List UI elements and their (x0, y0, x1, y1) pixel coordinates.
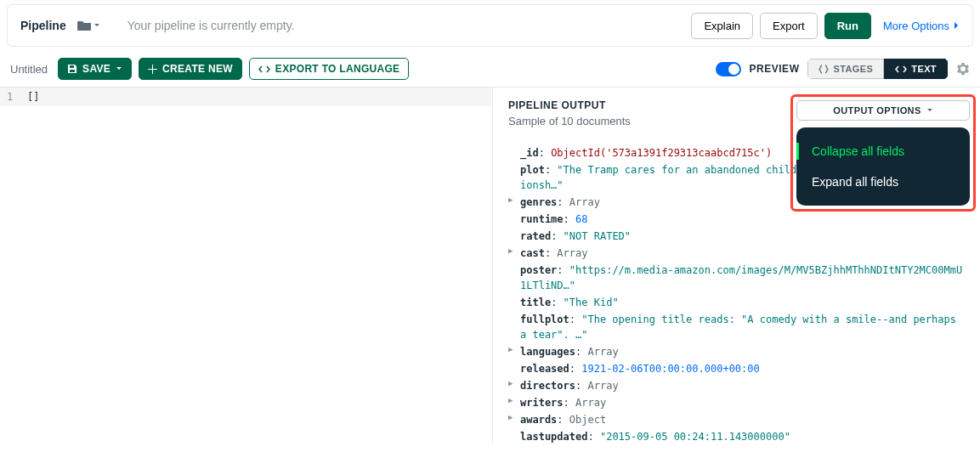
top-bar-left: Pipeline Your pipeline is currently empt… (20, 19, 295, 32)
field-directors: directors (520, 380, 575, 392)
editor-content[interactable]: [] (27, 91, 39, 103)
preview-label: PREVIEW (750, 63, 800, 75)
editor-line: 1 [] (0, 88, 492, 106)
expand-icon[interactable]: ▶ (508, 412, 520, 424)
output-subtitle: Sample of 10 documents (508, 115, 631, 127)
explain-button[interactable]: Explain (691, 13, 753, 39)
braces-icon (819, 65, 829, 74)
line-number: 1 (7, 91, 27, 103)
plus-icon (148, 65, 157, 74)
create-new-button[interactable]: CREATE NEW (139, 58, 242, 80)
expand-all-fields-item[interactable]: Expand all fields (796, 167, 970, 197)
empty-message: Your pipeline is currently empty. (127, 19, 295, 32)
save-icon (67, 64, 77, 74)
field-lastupdated: lastupdated (520, 431, 587, 443)
field-poster: poster (520, 264, 557, 276)
create-label: CREATE NEW (162, 63, 233, 75)
chevron-right-icon (953, 21, 960, 30)
code-icon (258, 65, 270, 74)
output-options-button[interactable]: OUTPUT OPTIONS (796, 100, 970, 121)
stages-label: STAGES (833, 64, 873, 74)
field-id: _id (520, 147, 539, 159)
expand-icon[interactable]: ▶ (508, 395, 520, 407)
run-button[interactable]: Run (824, 13, 871, 39)
field-genres: genres (520, 196, 557, 208)
field-cast: cast (520, 247, 545, 259)
field-released: released (520, 363, 569, 375)
toolbar: Untitled SAVE CREATE NEW EXPORT TO LANGU… (0, 51, 980, 87)
main-area: 1 [] PIPELINE OUTPUT Sample of 10 docume… (0, 87, 980, 444)
code-icon (895, 65, 907, 74)
field-plot: plot (520, 164, 545, 176)
more-options-link[interactable]: More Options (883, 20, 960, 32)
save-button[interactable]: SAVE (58, 58, 132, 80)
editor-pane[interactable]: 1 [] (0, 88, 493, 444)
text-view-button[interactable]: TEXT (884, 59, 948, 79)
export-button[interactable]: Export (760, 13, 818, 39)
settings-gear-icon[interactable] (956, 62, 970, 76)
output-options-menu: Collapse all fields Expand all fields (796, 127, 970, 206)
export-lang-label: EXPORT TO LANGUAGE (275, 63, 400, 75)
output-pane: PIPELINE OUTPUT Sample of 10 documents O… (493, 88, 980, 444)
field-title: title (520, 297, 551, 308)
output-options-wrapper: OUTPUT OPTIONS Collapse all fields Expan… (790, 94, 976, 212)
collapse-all-fields-item[interactable]: Collapse all fields (796, 136, 970, 167)
top-bar: Pipeline Your pipeline is currently empt… (7, 4, 973, 47)
view-segmented-control: STAGES TEXT (807, 59, 948, 79)
save-label: SAVE (82, 63, 110, 75)
export-to-language-button[interactable]: EXPORT TO LANGUAGE (249, 58, 410, 80)
untitled-label: Untitled (10, 63, 48, 76)
field-languages: languages (520, 346, 575, 358)
output-title: PIPELINE OUTPUT (508, 99, 631, 111)
field-writers: writers (520, 397, 564, 409)
chevron-down-icon (116, 65, 122, 72)
stages-view-button[interactable]: STAGES (807, 59, 884, 79)
expand-icon[interactable]: ▶ (508, 344, 520, 356)
folder-dropdown-icon[interactable] (76, 20, 100, 32)
field-fullplot: fullplot (520, 314, 569, 325)
pipeline-label: Pipeline (20, 19, 66, 32)
text-label: TEXT (911, 64, 937, 74)
preview-toggle[interactable] (716, 62, 741, 76)
expand-icon[interactable]: ▶ (508, 246, 520, 257)
field-rated: rated (520, 230, 551, 242)
more-options-label: More Options (883, 20, 949, 32)
chevron-down-icon (926, 107, 933, 114)
toolbar-right: PREVIEW STAGES TEXT (716, 59, 970, 79)
field-runtime: runtime (520, 213, 564, 225)
output-options-label: OUTPUT OPTIONS (833, 105, 921, 116)
expand-icon[interactable]: ▶ (508, 378, 520, 390)
field-awards: awards (520, 414, 557, 426)
expand-icon[interactable]: ▶ (508, 195, 520, 206)
top-bar-right: Explain Export Run More Options (691, 13, 960, 39)
